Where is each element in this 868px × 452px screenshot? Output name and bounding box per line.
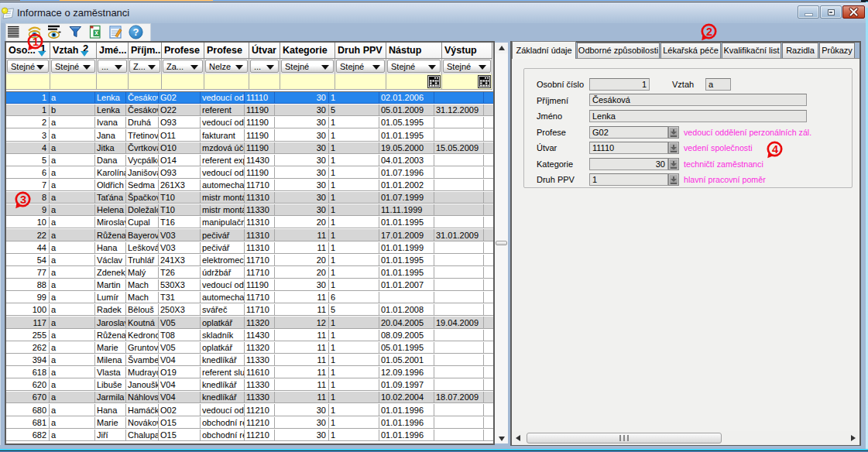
svg-text:4: 4 [772,143,778,156]
svg-text:x: x [94,29,98,36]
svg-text:?: ? [133,26,139,38]
svg-text:1: 1 [33,36,39,48]
svg-text:3: 3 [20,193,26,206]
svg-text:2: 2 [706,26,712,38]
